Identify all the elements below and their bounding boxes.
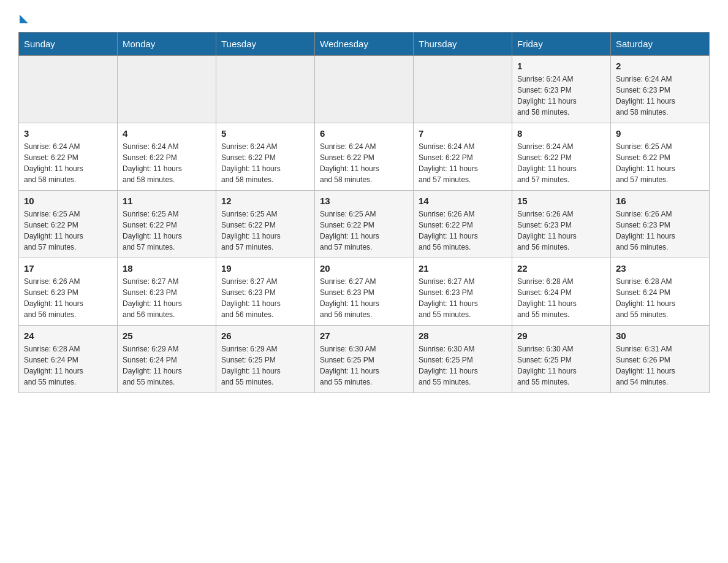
calendar-day-cell: 12Sunrise: 6:25 AM Sunset: 6:22 PM Dayli… [216, 191, 315, 258]
day-info: Sunrise: 6:24 AM Sunset: 6:23 PM Dayligh… [517, 74, 605, 118]
day-info: Sunrise: 6:28 AM Sunset: 6:24 PM Dayligh… [24, 343, 112, 388]
calendar-day-cell: 3Sunrise: 6:24 AM Sunset: 6:22 PM Daylig… [19, 123, 118, 191]
day-info: Sunrise: 6:26 AM Sunset: 6:22 PM Dayligh… [419, 209, 507, 253]
day-info: Sunrise: 6:26 AM Sunset: 6:23 PM Dayligh… [24, 276, 112, 320]
calendar-day-cell: 23Sunrise: 6:28 AM Sunset: 6:24 PM Dayli… [611, 258, 710, 326]
day-info: Sunrise: 6:27 AM Sunset: 6:23 PM Dayligh… [419, 276, 507, 320]
day-number: 26 [221, 331, 309, 341]
day-number: 9 [616, 128, 704, 139]
calendar-day-header: Tuesday [216, 33, 315, 56]
day-info: Sunrise: 6:27 AM Sunset: 6:23 PM Dayligh… [221, 276, 309, 320]
calendar-day-cell: 17Sunrise: 6:26 AM Sunset: 6:23 PM Dayli… [19, 258, 118, 326]
day-number: 6 [320, 128, 408, 139]
calendar-day-cell: 18Sunrise: 6:27 AM Sunset: 6:23 PM Dayli… [118, 258, 216, 326]
day-number: 25 [123, 331, 211, 341]
calendar-day-cell [19, 56, 118, 123]
day-info: Sunrise: 6:24 AM Sunset: 6:22 PM Dayligh… [517, 141, 605, 185]
day-number: 18 [123, 263, 211, 274]
calendar-day-cell: 30Sunrise: 6:31 AM Sunset: 6:26 PM Dayli… [611, 326, 710, 393]
day-info: Sunrise: 6:27 AM Sunset: 6:23 PM Dayligh… [320, 276, 408, 320]
calendar-day-cell: 22Sunrise: 6:28 AM Sunset: 6:24 PM Dayli… [512, 258, 611, 326]
day-info: Sunrise: 6:24 AM Sunset: 6:23 PM Dayligh… [616, 74, 704, 118]
calendar-day-header: Saturday [611, 33, 710, 56]
calendar-day-cell: 5Sunrise: 6:24 AM Sunset: 6:22 PM Daylig… [216, 123, 315, 191]
day-info: Sunrise: 6:25 AM Sunset: 6:22 PM Dayligh… [221, 209, 309, 253]
calendar-day-header: Wednesday [315, 33, 414, 56]
day-info: Sunrise: 6:25 AM Sunset: 6:22 PM Dayligh… [24, 209, 112, 253]
day-info: Sunrise: 6:27 AM Sunset: 6:23 PM Dayligh… [123, 276, 211, 320]
day-number: 4 [123, 128, 211, 139]
day-info: Sunrise: 6:29 AM Sunset: 6:25 PM Dayligh… [221, 343, 309, 388]
day-number: 28 [419, 331, 507, 341]
calendar-week-row: 10Sunrise: 6:25 AM Sunset: 6:22 PM Dayli… [19, 191, 710, 258]
day-info: Sunrise: 6:25 AM Sunset: 6:22 PM Dayligh… [123, 209, 211, 253]
logo [18, 12, 28, 20]
day-number: 8 [517, 128, 605, 139]
day-number: 24 [24, 331, 112, 341]
day-info: Sunrise: 6:28 AM Sunset: 6:24 PM Dayligh… [517, 276, 605, 320]
calendar-week-row: 1Sunrise: 6:24 AM Sunset: 6:23 PM Daylig… [19, 56, 710, 123]
day-info: Sunrise: 6:29 AM Sunset: 6:24 PM Dayligh… [123, 343, 211, 388]
calendar-week-row: 17Sunrise: 6:26 AM Sunset: 6:23 PM Dayli… [19, 258, 710, 326]
day-number: 21 [419, 263, 507, 274]
calendar-day-cell: 29Sunrise: 6:30 AM Sunset: 6:25 PM Dayli… [512, 326, 611, 393]
day-number: 16 [616, 196, 704, 206]
day-info: Sunrise: 6:24 AM Sunset: 6:22 PM Dayligh… [24, 141, 112, 185]
day-number: 10 [24, 196, 112, 206]
day-number: 30 [616, 331, 704, 341]
calendar-day-cell: 14Sunrise: 6:26 AM Sunset: 6:22 PM Dayli… [414, 191, 512, 258]
day-info: Sunrise: 6:24 AM Sunset: 6:22 PM Dayligh… [320, 141, 408, 185]
day-info: Sunrise: 6:25 AM Sunset: 6:22 PM Dayligh… [616, 141, 704, 185]
calendar-week-row: 3Sunrise: 6:24 AM Sunset: 6:22 PM Daylig… [19, 123, 710, 191]
day-number: 7 [419, 128, 507, 139]
calendar-day-cell: 1Sunrise: 6:24 AM Sunset: 6:23 PM Daylig… [512, 56, 611, 123]
day-number: 23 [616, 263, 704, 274]
calendar-day-cell: 2Sunrise: 6:24 AM Sunset: 6:23 PM Daylig… [611, 56, 710, 123]
calendar-day-header: Sunday [19, 33, 118, 56]
page-header [18, 12, 710, 20]
day-info: Sunrise: 6:30 AM Sunset: 6:25 PM Dayligh… [320, 343, 408, 388]
day-info: Sunrise: 6:25 AM Sunset: 6:22 PM Dayligh… [320, 209, 408, 253]
day-number: 29 [517, 331, 605, 341]
day-number: 1 [517, 61, 605, 71]
day-info: Sunrise: 6:24 AM Sunset: 6:22 PM Dayligh… [221, 141, 309, 185]
calendar-day-cell: 24Sunrise: 6:28 AM Sunset: 6:24 PM Dayli… [19, 326, 118, 393]
calendar-header-row: SundayMondayTuesdayWednesdayThursdayFrid… [19, 33, 710, 56]
day-number: 15 [517, 196, 605, 206]
day-number: 27 [320, 331, 408, 341]
day-number: 19 [221, 263, 309, 274]
calendar-day-cell: 19Sunrise: 6:27 AM Sunset: 6:23 PM Dayli… [216, 258, 315, 326]
calendar-day-cell [118, 56, 216, 123]
calendar-day-cell: 25Sunrise: 6:29 AM Sunset: 6:24 PM Dayli… [118, 326, 216, 393]
calendar-day-cell: 27Sunrise: 6:30 AM Sunset: 6:25 PM Dayli… [315, 326, 414, 393]
calendar-day-cell: 28Sunrise: 6:30 AM Sunset: 6:25 PM Dayli… [414, 326, 512, 393]
calendar-day-cell: 8Sunrise: 6:24 AM Sunset: 6:22 PM Daylig… [512, 123, 611, 191]
day-info: Sunrise: 6:24 AM Sunset: 6:22 PM Dayligh… [419, 141, 507, 185]
calendar-day-header: Monday [118, 33, 216, 56]
calendar-day-cell [414, 56, 512, 123]
calendar-day-cell: 26Sunrise: 6:29 AM Sunset: 6:25 PM Dayli… [216, 326, 315, 393]
calendar-day-header: Thursday [414, 33, 512, 56]
day-info: Sunrise: 6:30 AM Sunset: 6:25 PM Dayligh… [517, 343, 605, 388]
day-info: Sunrise: 6:26 AM Sunset: 6:23 PM Dayligh… [616, 209, 704, 253]
calendar-day-cell: 6Sunrise: 6:24 AM Sunset: 6:22 PM Daylig… [315, 123, 414, 191]
calendar-day-cell: 15Sunrise: 6:26 AM Sunset: 6:23 PM Dayli… [512, 191, 611, 258]
calendar-day-cell: 20Sunrise: 6:27 AM Sunset: 6:23 PM Dayli… [315, 258, 414, 326]
day-number: 22 [517, 263, 605, 274]
calendar-day-header: Friday [512, 33, 611, 56]
day-info: Sunrise: 6:31 AM Sunset: 6:26 PM Dayligh… [616, 343, 704, 388]
calendar-day-cell [315, 56, 414, 123]
day-number: 12 [221, 196, 309, 206]
day-info: Sunrise: 6:26 AM Sunset: 6:23 PM Dayligh… [517, 209, 605, 253]
day-info: Sunrise: 6:30 AM Sunset: 6:25 PM Dayligh… [419, 343, 507, 388]
day-number: 3 [24, 128, 112, 139]
day-number: 14 [419, 196, 507, 206]
day-number: 11 [123, 196, 211, 206]
day-info: Sunrise: 6:28 AM Sunset: 6:24 PM Dayligh… [616, 276, 704, 320]
calendar-day-cell [216, 56, 315, 123]
day-number: 20 [320, 263, 408, 274]
calendar-day-cell: 10Sunrise: 6:25 AM Sunset: 6:22 PM Dayli… [19, 191, 118, 258]
calendar-day-cell: 13Sunrise: 6:25 AM Sunset: 6:22 PM Dayli… [315, 191, 414, 258]
day-number: 13 [320, 196, 408, 206]
calendar-day-cell: 9Sunrise: 6:25 AM Sunset: 6:22 PM Daylig… [611, 123, 710, 191]
